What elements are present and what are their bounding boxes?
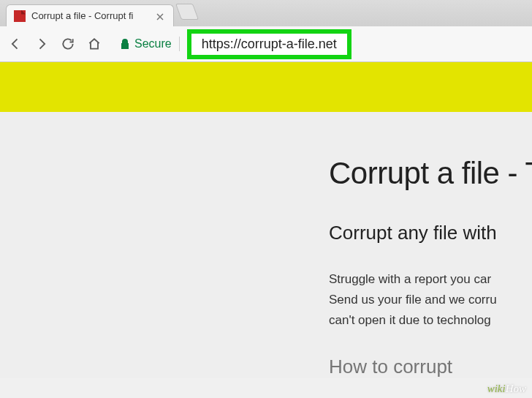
section-heading: How to corrupt bbox=[329, 356, 532, 378]
secure-label: Secure bbox=[134, 37, 172, 50]
divider bbox=[179, 37, 180, 51]
back-button[interactable] bbox=[7, 36, 23, 52]
page-content: Corrupt a file - T Corrupt any file with… bbox=[0, 62, 532, 378]
para-line: can't open it due to technolog bbox=[329, 313, 491, 327]
secure-indicator: Secure bbox=[120, 37, 172, 50]
para-line: Send us your file and we corru bbox=[329, 293, 497, 307]
address-bar[interactable]: Secure https://corrupt-a-file.net bbox=[113, 32, 525, 56]
tab-bar: Corrupt a file - Corrupt fi bbox=[0, 0, 532, 26]
new-tab-button[interactable] bbox=[175, 4, 199, 20]
site-banner bbox=[0, 62, 532, 112]
browser-chrome: Corrupt a file - Corrupt fi Secure bbox=[0, 0, 532, 62]
para-line: Struggle with a report you car bbox=[329, 272, 491, 286]
page-title: Corrupt a file - T bbox=[329, 156, 532, 191]
favicon-icon bbox=[14, 10, 26, 22]
browser-tab[interactable]: Corrupt a file - Corrupt fi bbox=[6, 4, 174, 26]
main-content: Corrupt a file - T Corrupt any file with… bbox=[0, 112, 532, 378]
watermark-suffix: How bbox=[506, 383, 526, 394]
watermark-prefix: wiki bbox=[487, 383, 506, 394]
lock-icon bbox=[120, 38, 130, 50]
tab-title: Corrupt a file - Corrupt fi bbox=[31, 10, 151, 21]
watermark: wikiHow bbox=[487, 383, 526, 395]
forward-button[interactable] bbox=[34, 36, 50, 52]
url-highlight: https://corrupt-a-file.net bbox=[187, 29, 352, 59]
toolbar: Secure https://corrupt-a-file.net bbox=[0, 26, 532, 61]
reload-button[interactable] bbox=[60, 36, 76, 52]
close-tab-button[interactable] bbox=[156, 11, 166, 21]
intro-paragraph: Struggle with a report you car Send us y… bbox=[329, 269, 532, 331]
page-subtitle: Corrupt any file with bbox=[329, 222, 532, 244]
home-button[interactable] bbox=[86, 36, 102, 52]
